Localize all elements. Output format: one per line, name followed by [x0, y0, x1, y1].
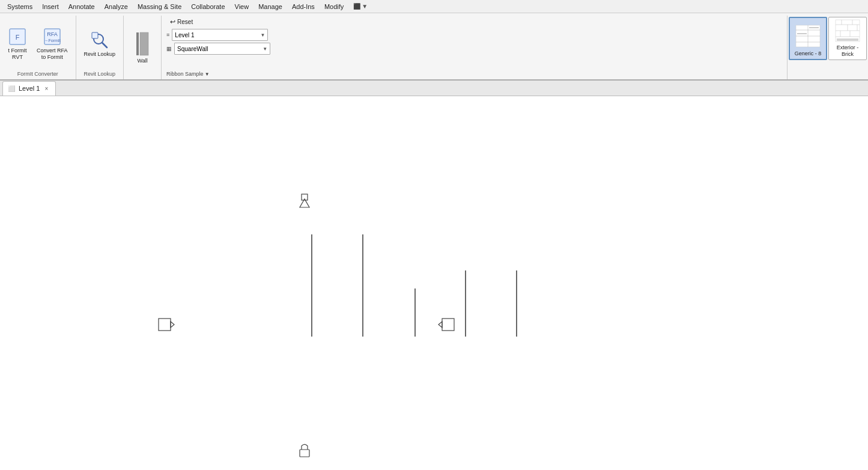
menu-manage[interactable]: Manage [253, 2, 287, 11]
ribbon-sample-arrow: ▼ [205, 72, 210, 77]
level-dropdown[interactable]: Level 1 ▼ [172, 29, 268, 41]
revit-lookup-group: Revit Lookup Revit Lookup [76, 16, 124, 79]
level-icon: ≡ [166, 32, 169, 38]
tabbar: ⬜ Level 1 × [0, 81, 868, 96]
formit-converter-label: FormIt Converter [17, 71, 58, 78]
wall-button[interactable]: Wall [127, 28, 157, 67]
tag-marker-right [439, 319, 454, 331]
menu-annotate[interactable]: Annotate [64, 2, 100, 11]
canvas-svg [0, 96, 868, 470]
main-content [0, 96, 868, 470]
wall-icon [133, 31, 152, 56]
menu-view[interactable]: View [230, 2, 254, 11]
wall-tile-brick-label: Exterior -Brick [837, 44, 859, 58]
menu-collaborate[interactable]: Collaborate [186, 2, 229, 11]
formit-rvt-label: t FormIt RVT [8, 47, 27, 61]
svg-rect-33 [442, 319, 454, 331]
ribbon-sample-label-text: Ribbon Sample [166, 71, 204, 77]
ribbon-sample-section: ↩ Reset ≡ Level 1 ▼ ▦ SquareWall ▼ [162, 16, 788, 79]
qa-arrow: ▼ [362, 3, 368, 10]
reset-label: Reset [177, 19, 193, 25]
canvas-area[interactable] [0, 96, 868, 470]
squarewall-dropdown-arrow: ▼ [263, 46, 267, 52]
tag-marker-left [159, 319, 174, 331]
convert-rfa-button[interactable]: RFA →FormIt Convert RFAto FormIt [32, 23, 72, 64]
squarewall-icon: ▦ [166, 46, 172, 52]
svg-text:RFA: RFA [47, 31, 58, 37]
level-row: ≡ Level 1 ▼ [166, 29, 782, 41]
menu-addins[interactable]: Add-Ins [287, 2, 320, 11]
tab-level1-label: Level 1 [19, 85, 40, 92]
reset-row: ↩ Reset [166, 17, 782, 27]
svg-marker-34 [439, 322, 442, 328]
ribbon-sample-controls: ↩ Reset ≡ Level 1 ▼ ▦ SquareWall ▼ [166, 17, 782, 55]
reset-icon: ↩ [170, 18, 175, 26]
svg-text:→FormIt: →FormIt [44, 38, 60, 43]
menubar: Systems Insert Annotate Analyze Massing … [0, 0, 868, 13]
formit-converter-group: F t FormIt RVT RFA →FormIt Convert RFAto… [0, 16, 76, 79]
formit-rvt-button[interactable]: F t FormIt RVT [4, 23, 31, 64]
revit-lookup-label: Revit Lookup [84, 51, 116, 57]
level-dropdown-value: Level 1 [175, 32, 194, 38]
lock-marker [300, 445, 309, 457]
view-plan-icon: ⬜ [8, 85, 15, 92]
menu-systems[interactable]: Systems [2, 2, 37, 11]
svg-rect-8 [136, 32, 139, 55]
wall-tile-brick-icon [833, 17, 862, 43]
wall-tile-brick[interactable]: Exterior -Brick [828, 17, 867, 60]
ribbon-sample-label: Ribbon Sample ▼ [166, 71, 782, 78]
reset-button[interactable]: ↩ Reset [166, 17, 196, 27]
squarewall-row: ▦ SquareWall ▼ [166, 43, 782, 55]
formit-rvt-icon: F [8, 27, 27, 46]
revit-lookup-icon [90, 31, 109, 50]
wall-tile-generic[interactable]: Generic - 8 [789, 17, 827, 60]
menu-insert[interactable]: Insert [37, 2, 64, 11]
svg-rect-7 [92, 32, 98, 38]
svg-line-6 [102, 43, 107, 47]
ribbon: F t FormIt RVT RFA →FormIt Convert RFAto… [0, 13, 868, 81]
tab-close-button[interactable]: × [43, 85, 49, 92]
menu-analyze[interactable]: Analyze [100, 2, 133, 11]
menu-modify[interactable]: Modify [320, 2, 348, 11]
convert-rfa-label: Convert RFAto FormIt [37, 47, 68, 61]
squarewall-dropdown[interactable]: SquareWall ▼ [174, 43, 270, 55]
revit-lookup-group-label: Revit Lookup [84, 71, 116, 78]
svg-marker-32 [171, 322, 174, 328]
menu-massing-site[interactable]: Massing & Site [133, 2, 186, 11]
svg-rect-31 [159, 319, 171, 331]
svg-text:F: F [16, 34, 20, 41]
wall-tiles: Generic - 8 [788, 16, 868, 79]
revit-lookup-button[interactable]: Revit Lookup [80, 23, 120, 64]
revit-lookup-buttons: Revit Lookup [80, 17, 120, 71]
squarewall-dropdown-value: SquareWall [177, 46, 208, 52]
wall-tile-generic-label: Generic - 8 [795, 50, 822, 57]
formit-buttons-row: F t FormIt RVT RFA →FormIt Convert RFAto… [4, 17, 72, 71]
pin-marker [300, 194, 309, 207]
svg-rect-9 [140, 32, 148, 55]
svg-rect-35 [300, 450, 309, 457]
quick-access-toolbar[interactable]: ⬛ ▼ [353, 3, 368, 10]
level-dropdown-arrow: ▼ [260, 32, 265, 38]
convert-rfa-icon: RFA →FormIt [43, 27, 62, 46]
wall-label: Wall [137, 58, 147, 64]
wall-group: Wall [124, 16, 162, 79]
qa-icon: ⬛ [353, 3, 360, 10]
wall-tile-generic-icon [794, 23, 822, 49]
tab-level1[interactable]: ⬜ Level 1 × [2, 81, 56, 96]
